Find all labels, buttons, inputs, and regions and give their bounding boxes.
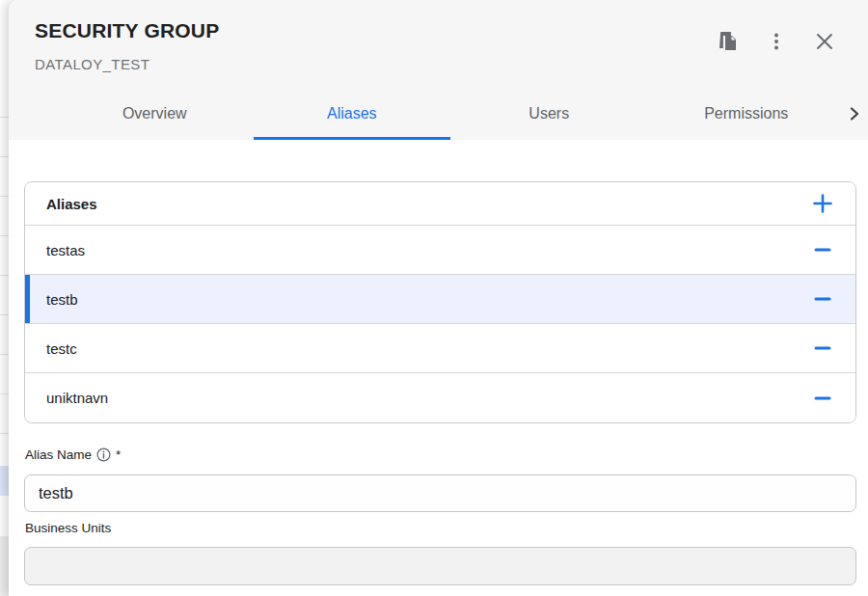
remove-alias-button[interactable] xyxy=(809,335,836,362)
business-units-input[interactable] xyxy=(24,547,856,585)
panel-header: SECURITY GROUP DATALOY_TEST xyxy=(9,0,868,140)
alias-row-label: testas xyxy=(46,242,85,258)
minus-icon xyxy=(814,339,831,357)
alias-row-label: testb xyxy=(46,291,78,308)
close-button[interactable] xyxy=(808,25,841,58)
tab-bar: Overview Aliases Users Permissions xyxy=(9,87,868,140)
business-units-label: Business Units xyxy=(25,521,111,535)
minus-icon xyxy=(814,390,831,407)
alias-row[interactable]: uniktnavn xyxy=(25,373,855,422)
alias-name-label-text: Alias Name xyxy=(25,447,92,462)
security-group-panel: SECURITY GROUP DATALOY_TEST xyxy=(9,0,868,596)
header-actions xyxy=(712,25,841,58)
chevron-right-icon xyxy=(846,105,863,122)
alias-name-input[interactable] xyxy=(24,474,856,512)
minus-icon xyxy=(814,241,831,258)
close-icon xyxy=(813,30,836,53)
page-subtitle: DATALOY_TEST xyxy=(35,56,149,72)
alias-row-label: uniktnavn xyxy=(46,390,108,406)
info-icon[interactable] xyxy=(96,447,111,462)
page-title: SECURITY GROUP xyxy=(35,19,219,42)
remove-alias-button[interactable] xyxy=(809,236,836,263)
tabs-scroll-right-button[interactable] xyxy=(843,87,866,140)
tab-overview[interactable]: Overview xyxy=(56,87,254,140)
remove-alias-button[interactable] xyxy=(809,285,836,312)
alias-row[interactable]: testas xyxy=(25,226,855,275)
kebab-menu-icon xyxy=(765,30,788,53)
aliases-list-card: Aliases testas testb xyxy=(24,181,856,423)
copy-button[interactable] xyxy=(712,25,745,58)
alias-row[interactable]: testc xyxy=(25,324,855,373)
aliases-list-title: Aliases xyxy=(46,196,97,212)
add-alias-button[interactable] xyxy=(809,190,836,217)
business-units-label-text: Business Units xyxy=(25,521,111,535)
alias-name-label: Alias Name * xyxy=(25,447,121,462)
remove-alias-button[interactable] xyxy=(809,385,836,412)
minus-icon xyxy=(814,290,831,308)
copy-icon xyxy=(717,30,740,53)
alias-row-label: testc xyxy=(46,340,77,357)
tab-permissions[interactable]: Permissions xyxy=(648,87,846,140)
aliases-list-header: Aliases xyxy=(25,182,855,226)
required-asterisk: * xyxy=(116,447,121,462)
tab-users[interactable]: Users xyxy=(450,87,648,140)
background-page-edge xyxy=(0,0,9,596)
tab-aliases[interactable]: Aliases xyxy=(254,87,451,140)
more-options-button[interactable] xyxy=(760,25,793,58)
plus-icon xyxy=(812,193,833,214)
alias-row-selected[interactable]: testb xyxy=(25,275,855,324)
